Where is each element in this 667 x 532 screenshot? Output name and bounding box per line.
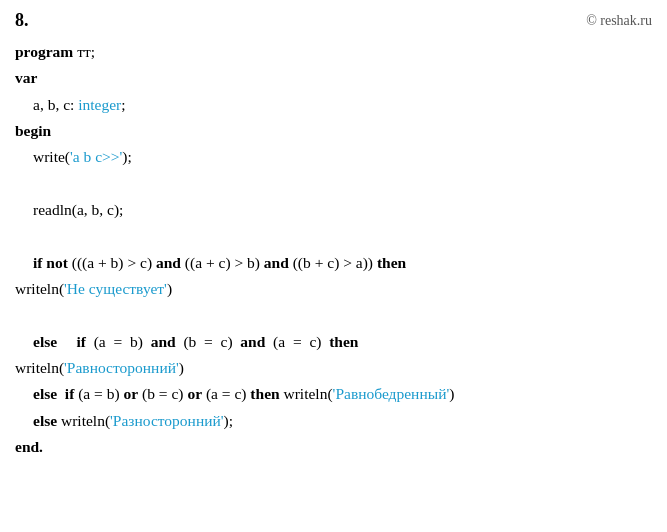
code-line-7: if not (((a + b) > c) and ((a + c) > b) …	[15, 250, 652, 276]
problem-number: 8.	[15, 10, 29, 31]
code-block: program тт; var a, b, c: integer; begin …	[15, 39, 652, 461]
code-line-blank2	[15, 223, 652, 249]
code-line-5: write('a b c>>');	[15, 144, 652, 170]
code-line-11: else if (a = b) or (b = c) or (a = c) th…	[15, 381, 652, 407]
code-line-blank1	[15, 171, 652, 197]
code-line-10: writeln('Равносторонний')	[15, 355, 652, 381]
code-line-12: else writeln('Разносторонний');	[15, 408, 652, 434]
code-line-4: begin	[15, 118, 652, 144]
code-line-8: writeln('Не существует')	[15, 276, 652, 302]
code-line-3: a, b, c: integer;	[15, 92, 652, 118]
site-logo: © reshak.ru	[586, 13, 652, 29]
code-line-1: program тт;	[15, 39, 652, 65]
code-line-9: else if (a = b) and (b = c) and (a = c) …	[15, 329, 652, 355]
code-line-13: end.	[15, 434, 652, 460]
code-line-2: var	[15, 65, 652, 91]
code-line-blank3	[15, 302, 652, 328]
code-line-6: readln(a, b, c);	[15, 197, 652, 223]
